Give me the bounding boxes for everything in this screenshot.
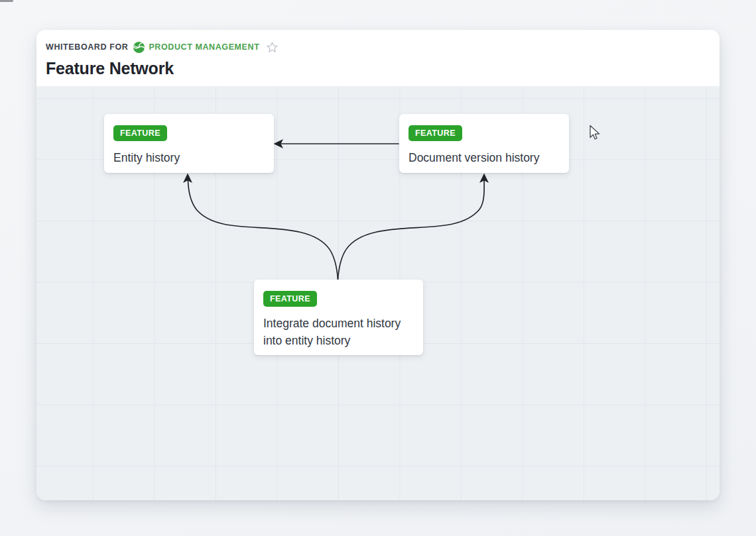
whiteboard-for-label: WHITEBOARD FOR [46, 42, 128, 52]
card-title: Document version history [409, 149, 560, 166]
workspace-name: PRODUCT MANAGEMENT [149, 42, 259, 52]
whiteboard-panel: WHITEBOARD FOR PRODU [36, 30, 720, 500]
feature-type-badge: FEATURE [113, 125, 167, 141]
card-title: Integrate document history into entity h… [263, 315, 414, 349]
feature-card-entity-history[interactable]: FEATURE Entity history [104, 114, 274, 173]
whiteboard-app: WHITEBOARD FOR PRODU [0, 0, 756, 536]
feature-type-badge: FEATURE [263, 291, 317, 307]
workspace-logo-icon [133, 41, 145, 54]
breadcrumb: WHITEBOARD FOR PRODU [46, 40, 710, 54]
card-title: Entity history [113, 149, 265, 166]
feature-card-document-version-history[interactable]: FEATURE Document version history [399, 114, 569, 173]
feature-type-badge: FEATURE [409, 125, 462, 141]
star-outline-icon [265, 40, 279, 54]
workspace-link[interactable]: PRODUCT MANAGEMENT [133, 41, 259, 54]
whiteboard-header: WHITEBOARD FOR PRODU [36, 30, 720, 86]
window-corner-artifact [0, 0, 13, 2]
favorite-button[interactable] [265, 40, 279, 54]
page-title: Feature Network [46, 59, 710, 78]
feature-card-integrate-document-history[interactable]: FEATURE Integrate document history into … [254, 280, 423, 355]
